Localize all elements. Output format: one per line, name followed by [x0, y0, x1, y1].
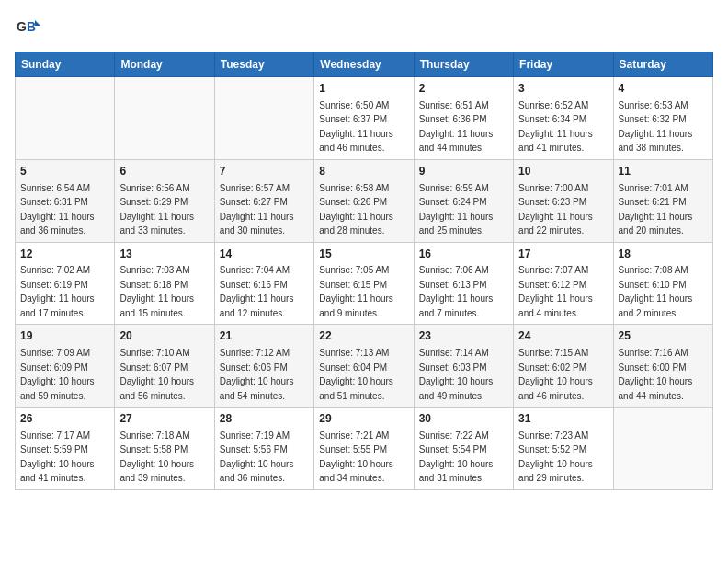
- day-number: 23: [419, 328, 508, 344]
- day-info: Sunrise: 6:51 AMSunset: 6:36 PMDaylight:…: [419, 100, 494, 154]
- day-number: 10: [518, 164, 608, 179]
- calendar-cell: 1Sunrise: 6:50 AMSunset: 6:37 PMDaylight…: [314, 77, 414, 160]
- calendar-cell: 30Sunrise: 7:22 AMSunset: 5:54 PMDayligh…: [414, 408, 513, 490]
- col-header-friday: Friday: [514, 52, 613, 77]
- calendar-cell: 25Sunrise: 7:16 AMSunset: 6:00 PMDayligh…: [613, 325, 712, 408]
- day-info: Sunrise: 7:17 AMSunset: 5:59 PMDaylight:…: [20, 431, 95, 484]
- day-info: Sunrise: 7:06 AMSunset: 6:13 PMDaylight:…: [419, 265, 494, 318]
- day-info: Sunrise: 7:19 AMSunset: 5:56 PMDaylight:…: [220, 431, 294, 484]
- day-number: 1: [319, 81, 408, 97]
- day-info: Sunrise: 6:54 AMSunset: 6:31 PMDaylight:…: [20, 183, 95, 236]
- calendar-cell: 8Sunrise: 6:58 AMSunset: 6:26 PMDaylight…: [314, 159, 414, 242]
- day-number: 17: [518, 247, 608, 262]
- day-info: Sunrise: 7:10 AMSunset: 6:07 PMDaylight:…: [119, 348, 194, 401]
- day-info: Sunrise: 7:14 AMSunset: 6:03 PMDaylight:…: [419, 348, 494, 401]
- day-info: Sunrise: 7:15 AMSunset: 6:02 PMDaylight:…: [518, 348, 593, 401]
- logo: G B: [15, 15, 44, 40]
- calendar-cell: 17Sunrise: 7:07 AMSunset: 6:12 PMDayligh…: [514, 242, 613, 325]
- calendar-cell: 6Sunrise: 6:56 AMSunset: 6:29 PMDaylight…: [115, 159, 214, 242]
- calendar-cell: 13Sunrise: 7:03 AMSunset: 6:18 PMDayligh…: [115, 242, 214, 325]
- day-number: 9: [419, 164, 508, 179]
- col-header-monday: Monday: [115, 52, 214, 77]
- day-number: 7: [220, 164, 309, 179]
- day-number: 12: [20, 247, 109, 262]
- day-number: 15: [319, 247, 408, 262]
- day-info: Sunrise: 7:07 AMSunset: 6:12 PMDaylight:…: [518, 265, 593, 318]
- calendar-cell: [115, 77, 214, 160]
- day-info: Sunrise: 6:52 AMSunset: 6:34 PMDaylight:…: [518, 100, 593, 154]
- day-info: Sunrise: 6:58 AMSunset: 6:26 PMDaylight:…: [319, 183, 393, 236]
- calendar-cell: [214, 77, 313, 160]
- day-number: 28: [220, 411, 309, 427]
- day-number: 30: [419, 411, 508, 427]
- calendar-cell: 26Sunrise: 7:17 AMSunset: 5:59 PMDayligh…: [16, 408, 115, 490]
- calendar-cell: 2Sunrise: 6:51 AMSunset: 6:36 PMDaylight…: [414, 77, 513, 160]
- svg-text:G: G: [17, 19, 27, 34]
- calendar-cell: 20Sunrise: 7:10 AMSunset: 6:07 PMDayligh…: [115, 325, 214, 408]
- day-number: 13: [119, 247, 209, 262]
- calendar-cell: 11Sunrise: 7:01 AMSunset: 6:21 PMDayligh…: [613, 159, 712, 242]
- logo-icon: G B: [15, 15, 40, 40]
- calendar-cell: 10Sunrise: 7:00 AMSunset: 6:23 PMDayligh…: [514, 159, 613, 242]
- calendar-cell: 4Sunrise: 6:53 AMSunset: 6:32 PMDaylight…: [613, 77, 712, 160]
- day-number: 22: [319, 328, 408, 344]
- day-number: 19: [20, 328, 109, 344]
- calendar-cell: [16, 77, 115, 160]
- day-number: 14: [220, 247, 309, 262]
- day-number: 21: [220, 328, 309, 344]
- day-number: 4: [619, 81, 708, 97]
- calendar-cell: 16Sunrise: 7:06 AMSunset: 6:13 PMDayligh…: [414, 242, 513, 325]
- day-info: Sunrise: 7:05 AMSunset: 6:15 PMDaylight:…: [319, 265, 393, 318]
- day-number: 20: [119, 328, 209, 344]
- col-header-saturday: Saturday: [613, 52, 712, 77]
- day-info: Sunrise: 7:21 AMSunset: 5:55 PMDaylight:…: [319, 431, 393, 484]
- page-header: G B: [15, 15, 713, 40]
- calendar-cell: 9Sunrise: 6:59 AMSunset: 6:24 PMDaylight…: [414, 159, 513, 242]
- day-number: 11: [619, 164, 708, 179]
- col-header-wednesday: Wednesday: [314, 52, 414, 77]
- day-number: 6: [119, 164, 209, 179]
- day-number: 16: [419, 247, 508, 262]
- day-number: 18: [619, 247, 708, 262]
- day-number: 2: [419, 81, 508, 97]
- day-number: 29: [319, 411, 408, 427]
- day-info: Sunrise: 7:02 AMSunset: 6:19 PMDaylight:…: [20, 265, 95, 318]
- calendar-cell: 23Sunrise: 7:14 AMSunset: 6:03 PMDayligh…: [414, 325, 513, 408]
- day-info: Sunrise: 7:04 AMSunset: 6:16 PMDaylight:…: [220, 265, 294, 318]
- day-info: Sunrise: 7:00 AMSunset: 6:23 PMDaylight:…: [518, 183, 593, 236]
- day-number: 25: [619, 328, 708, 344]
- col-header-thursday: Thursday: [414, 52, 513, 77]
- day-info: Sunrise: 7:23 AMSunset: 5:52 PMDaylight:…: [518, 431, 593, 484]
- day-info: Sunrise: 7:08 AMSunset: 6:10 PMDaylight:…: [619, 265, 693, 318]
- day-number: 31: [518, 411, 608, 427]
- day-info: Sunrise: 6:50 AMSunset: 6:37 PMDaylight:…: [319, 100, 393, 154]
- day-info: Sunrise: 7:13 AMSunset: 6:04 PMDaylight:…: [319, 348, 393, 401]
- day-number: 26: [20, 411, 109, 427]
- day-number: 3: [518, 81, 608, 97]
- calendar-cell: 24Sunrise: 7:15 AMSunset: 6:02 PMDayligh…: [514, 325, 613, 408]
- calendar-cell: 3Sunrise: 6:52 AMSunset: 6:34 PMDaylight…: [514, 77, 613, 160]
- day-info: Sunrise: 7:16 AMSunset: 6:00 PMDaylight:…: [619, 348, 693, 401]
- day-info: Sunrise: 7:22 AMSunset: 5:54 PMDaylight:…: [419, 431, 494, 484]
- calendar-cell: 14Sunrise: 7:04 AMSunset: 6:16 PMDayligh…: [214, 242, 313, 325]
- calendar-cell: 18Sunrise: 7:08 AMSunset: 6:10 PMDayligh…: [613, 242, 712, 325]
- calendar-cell: 19Sunrise: 7:09 AMSunset: 6:09 PMDayligh…: [16, 325, 115, 408]
- calendar-cell: 5Sunrise: 6:54 AMSunset: 6:31 PMDaylight…: [16, 159, 115, 242]
- day-info: Sunrise: 7:09 AMSunset: 6:09 PMDaylight:…: [20, 348, 95, 401]
- col-header-tuesday: Tuesday: [214, 52, 313, 77]
- day-number: 24: [518, 328, 608, 344]
- calendar-table: SundayMondayTuesdayWednesdayThursdayFrid…: [15, 52, 713, 490]
- day-info: Sunrise: 7:01 AMSunset: 6:21 PMDaylight:…: [619, 183, 693, 236]
- calendar-cell: 7Sunrise: 6:57 AMSunset: 6:27 PMDaylight…: [214, 159, 313, 242]
- day-number: 8: [319, 164, 408, 179]
- calendar-cell: [613, 408, 712, 490]
- calendar-cell: 28Sunrise: 7:19 AMSunset: 5:56 PMDayligh…: [214, 408, 313, 490]
- calendar-cell: 31Sunrise: 7:23 AMSunset: 5:52 PMDayligh…: [514, 408, 613, 490]
- day-number: 27: [119, 411, 209, 427]
- calendar-cell: 21Sunrise: 7:12 AMSunset: 6:06 PMDayligh…: [214, 325, 313, 408]
- day-info: Sunrise: 6:53 AMSunset: 6:32 PMDaylight:…: [619, 100, 693, 154]
- day-info: Sunrise: 7:12 AMSunset: 6:06 PMDaylight:…: [220, 348, 294, 401]
- day-info: Sunrise: 6:57 AMSunset: 6:27 PMDaylight:…: [220, 183, 294, 236]
- calendar-cell: 22Sunrise: 7:13 AMSunset: 6:04 PMDayligh…: [314, 325, 414, 408]
- day-info: Sunrise: 7:18 AMSunset: 5:58 PMDaylight:…: [119, 431, 194, 484]
